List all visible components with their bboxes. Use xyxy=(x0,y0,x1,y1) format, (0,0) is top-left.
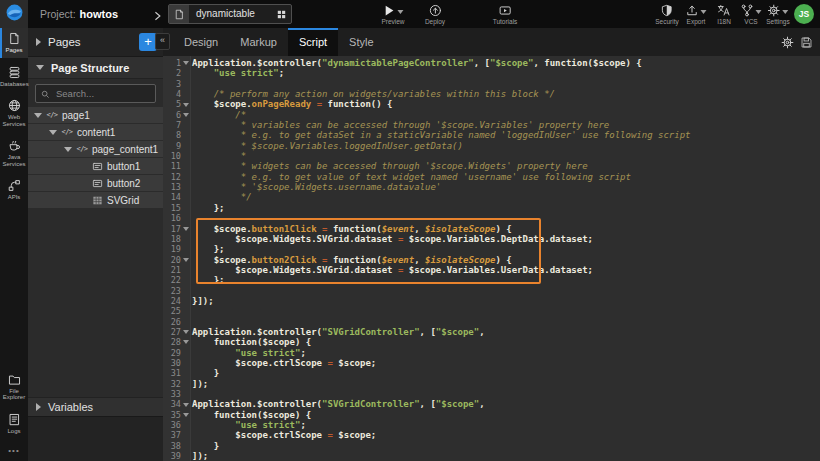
pages-panel-header[interactable]: Pages + xyxy=(28,28,163,57)
script-settings-gear-icon[interactable] xyxy=(781,35,794,48)
code-text: function($scope) { xyxy=(190,337,311,347)
code-line[interactable]: 13 * '$scope.Widgets.username.datavalue' xyxy=(163,182,820,192)
sidebar-more-button[interactable]: ••• xyxy=(0,438,28,461)
code-line[interactable]: 35 function($scope) { xyxy=(163,410,820,420)
sidebar-item-databases[interactable]: Databases xyxy=(0,62,28,92)
tree-node-page_content1[interactable]: </>page_content1 xyxy=(28,141,163,157)
code-line[interactable]: 33 xyxy=(163,389,820,399)
fold-marker-icon[interactable] xyxy=(181,399,190,409)
caret-down-icon[interactable] xyxy=(34,113,42,118)
sidebar-item-web-services[interactable]: Web Services xyxy=(0,95,28,131)
tutorials-button[interactable]: Tutorials xyxy=(493,3,518,25)
save-icon[interactable] xyxy=(800,35,813,48)
code-line[interactable]: 4 /* perform any action on widgets/varia… xyxy=(163,89,820,99)
sidebar-item-file-explorer[interactable]: File Explorer xyxy=(0,369,28,405)
code-line[interactable]: 38 } xyxy=(163,441,820,451)
code-line[interactable]: 8 * e.g. to get dataSet in a staticVaria… xyxy=(163,130,820,140)
code-line[interactable]: 10 * xyxy=(163,151,820,161)
deploy-button[interactable]: Deploy xyxy=(425,3,445,25)
variables-section-header[interactable]: Variables xyxy=(28,397,163,416)
fold-spacer xyxy=(181,275,190,285)
code-line[interactable]: 24}]); xyxy=(163,296,820,306)
tree-node-button1[interactable]: button1 xyxy=(28,158,163,174)
user-avatar[interactable]: JS xyxy=(794,4,814,24)
code-line[interactable]: 3 xyxy=(163,79,820,89)
code-line[interactable]: 30 $scope.ctrlScope = $scope; xyxy=(163,358,820,368)
tab-script[interactable]: Script xyxy=(288,28,338,56)
sidebar-item-logs[interactable]: Logs xyxy=(0,409,28,439)
sidebar-item-apis[interactable]: APIs xyxy=(0,175,28,205)
tab-markup[interactable]: Markup xyxy=(229,28,288,56)
collapse-panel-button[interactable]: « xyxy=(155,33,170,50)
fold-marker-icon[interactable] xyxy=(181,327,190,337)
code-line[interactable]: 6 /* xyxy=(163,110,820,120)
line-number: 3 xyxy=(163,79,181,89)
sidebar-item-pages[interactable]: Pages xyxy=(0,28,28,58)
page-selector-dropdown[interactable]: dynamictable xyxy=(168,4,292,24)
fold-marker-icon[interactable] xyxy=(181,110,190,120)
code-line[interactable]: 31 } xyxy=(163,368,820,378)
fold-spacer xyxy=(181,244,190,254)
tree-node-page1[interactable]: </>page1 xyxy=(28,107,163,123)
fold-marker-icon[interactable] xyxy=(181,58,190,68)
tree-node-content1[interactable]: </>content1 xyxy=(28,124,163,140)
code-line[interactable]: 37 $scope.ctrlScope = $scope; xyxy=(163,430,820,440)
translate-icon xyxy=(717,4,730,17)
app-logo[interactable] xyxy=(0,0,28,28)
code-line[interactable]: 26 xyxy=(163,317,820,327)
tab-style[interactable]: Style xyxy=(338,28,384,56)
code-text: Application.$controller("SVGridControlle… xyxy=(190,327,485,337)
tree-node-SVGrid[interactable]: SVGrid xyxy=(28,192,163,208)
security-button[interactable]: Security xyxy=(655,3,678,25)
i18n-button[interactable]: I18N xyxy=(717,3,731,25)
code-line[interactable]: 14 */ xyxy=(163,192,820,202)
code-line[interactable]: 9 * $scope.Variables.loggedInUser.getDat… xyxy=(163,141,820,151)
page-structure-header[interactable]: Page Structure xyxy=(28,57,163,79)
code-text xyxy=(190,306,192,316)
code-text: }]); xyxy=(190,296,214,306)
code-line[interactable]: 23 xyxy=(163,286,820,296)
caret-down-icon[interactable] xyxy=(64,147,72,152)
code-line[interactable]: 12 * e.g. to get value of text widget na… xyxy=(163,172,820,182)
line-number: 33 xyxy=(163,389,181,399)
code-line[interactable]: 15 }; xyxy=(163,203,820,213)
code-line[interactable]: 32]); xyxy=(163,379,820,389)
caret-down-icon[interactable] xyxy=(49,130,57,135)
code-line[interactable]: 11 * widgets can be accessed through '$s… xyxy=(163,161,820,171)
export-button[interactable]: Export xyxy=(686,3,707,25)
code-text: * variables can be accessed through '$sc… xyxy=(190,120,609,130)
line-number: 6 xyxy=(163,110,181,120)
tree-node-label: page1 xyxy=(62,110,90,121)
script-editor[interactable]: 1Application.$controller("dynamictablePa… xyxy=(163,56,820,461)
search-icon xyxy=(41,85,50,103)
code-line[interactable]: 34Application.$controller("SVGridControl… xyxy=(163,399,820,409)
play-icon xyxy=(383,4,396,17)
code-line[interactable]: 2 "use strict"; xyxy=(163,68,820,78)
settings-button[interactable]: Settings xyxy=(766,3,790,25)
fold-marker-icon[interactable] xyxy=(181,99,190,109)
export-icon xyxy=(686,4,699,17)
code-line[interactable]: 25 xyxy=(163,306,820,316)
code-line[interactable]: 28 function($scope) { xyxy=(163,337,820,347)
tab-design[interactable]: Design xyxy=(173,28,229,56)
code-line[interactable]: 29 "use strict"; xyxy=(163,348,820,358)
fold-spacer xyxy=(181,358,190,368)
preview-button[interactable]: Preview xyxy=(381,3,404,25)
fold-marker-icon[interactable] xyxy=(181,224,190,234)
search-input[interactable] xyxy=(54,87,150,100)
tree-node-button2[interactable]: button2 xyxy=(28,175,163,191)
code-line[interactable]: 27Application.$controller("SVGridControl… xyxy=(163,327,820,337)
fold-marker-icon[interactable] xyxy=(181,255,190,265)
code-line[interactable]: 39]); xyxy=(163,451,820,461)
code-line[interactable]: 1Application.$controller("dynamictablePa… xyxy=(163,58,820,68)
code-line[interactable]: 36 "use strict"; xyxy=(163,420,820,430)
panel-footer xyxy=(28,416,163,461)
code-line[interactable]: 7 * variables can be accessed through '$… xyxy=(163,120,820,130)
vcs-button[interactable]: VCS xyxy=(741,3,762,25)
api-icon xyxy=(8,179,21,192)
tree-node-label: page_content1 xyxy=(92,144,158,155)
fold-marker-icon[interactable] xyxy=(181,337,190,347)
code-line[interactable]: 5 $scope.onPageReady = function() { xyxy=(163,99,820,109)
fold-marker-icon[interactable] xyxy=(181,410,190,420)
sidebar-item-java-services[interactable]: Java Services xyxy=(0,135,28,171)
